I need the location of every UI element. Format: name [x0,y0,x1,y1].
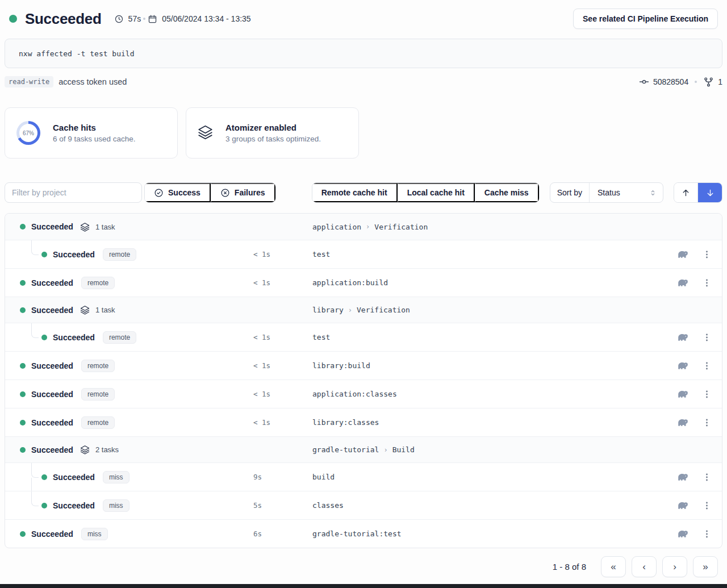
task-row[interactable]: Succeededremote< 1stest [5,323,722,351]
run-duration: 57s [114,14,141,24]
task-row[interactable]: Succeededmiss6sgradle-tutorial:test [5,519,722,548]
status-dot [20,447,26,453]
row-status-cell: Succeededmiss [5,471,253,483]
status-dot [20,280,26,286]
token-row: read-write access token used 50828504 1 [5,74,722,89]
task-count-label: 2 tasks [95,445,119,454]
duration-cell: < 1s [253,418,312,427]
duration-cell: < 1s [253,278,312,287]
duration-cell: < 1s [253,361,312,370]
group-path-cell: gradle-tutorial›Build [312,445,670,454]
run-header: Succeeded 57s 05/06/2024 13:34 - 13:35 S… [9,7,718,31]
status-label: Succeeded [31,306,73,315]
tree-connector [31,491,39,506]
gradle-elephant-icon[interactable] [676,278,690,287]
success-filter-button[interactable]: Success [145,183,211,202]
atomizer-card[interactable]: Atomizer enabled 3 groups of tasks optim… [186,107,359,159]
task-row[interactable]: Succeededremote< 1slibrary:build [5,351,722,380]
sort-ascending-button[interactable] [674,183,698,202]
status-label: Succeeded [31,222,73,231]
row-status-cell: Succeededremote [5,388,253,401]
gradle-elephant-icon[interactable] [676,333,690,342]
access-token-scope-badge: read-write [5,76,53,87]
run-date-range: 05/06/2024 13:34 - 13:35 [148,14,250,24]
cache-miss-filter-button[interactable]: Cache miss [475,183,539,202]
status-label: Succeeded [53,473,95,482]
bottom-edge-bar [0,584,727,588]
status-dot [41,503,47,508]
task-row[interactable]: Succeededremote< 1stest [5,240,722,268]
cache-status-badge: remote [103,331,136,344]
tree-connector [31,463,39,478]
sort-status-select[interactable]: Status [589,183,663,202]
status-label: Succeeded [53,333,95,342]
local-cache-hit-filter-button[interactable]: Local cache hit [398,183,475,202]
row-status-cell: Succeededmiss [5,528,253,540]
commit-sha[interactable]: 50828504 [653,77,688,86]
chevron-right-icon: › [348,306,352,314]
task-row[interactable]: Succeededmiss9sbuild [5,462,722,491]
arrow-up-icon [681,188,691,198]
task-group-row[interactable]: Succeeded 1 taskapplication›Verification [5,214,722,240]
gradle-elephant-icon[interactable] [676,418,690,427]
cache-percentage-label: 67% [19,124,37,142]
status-dot [20,531,26,537]
kebab-menu-icon[interactable] [704,331,709,344]
gradle-elephant-icon[interactable] [676,361,690,370]
cache-status-badge: miss [103,499,129,512]
cache-hits-card[interactable]: 67% Cache hits 6 of 9 tasks used cache. [5,107,178,159]
row-actions-cell [670,248,722,261]
sort-direction-toggle [674,182,722,203]
kebab-menu-icon[interactable] [704,248,709,261]
gradle-elephant-icon[interactable] [676,390,690,399]
clock-icon [114,14,124,24]
next-page-button[interactable]: › [662,556,687,577]
last-page-button[interactable]: » [693,556,718,577]
row-actions-cell [670,416,722,429]
kebab-menu-icon[interactable] [704,499,709,512]
task-name-cell: library:build [312,361,670,370]
sort-descending-button[interactable] [698,183,722,202]
remote-cache-hit-filter-button[interactable]: Remote cache hit [312,183,398,202]
pagination: 1 - 8 of 8 « ‹ › » [5,556,722,577]
kebab-menu-icon[interactable] [704,471,709,483]
target-group-name: Verification [374,223,428,231]
layers-icon [80,305,90,315]
row-status-cell: Succeededremote [5,331,253,344]
gradle-elephant-icon[interactable] [676,501,690,510]
row-status-cell: Succeededremote [5,360,253,372]
task-row[interactable]: Succeededremote< 1slibrary:classes [5,408,722,436]
gradle-elephant-icon[interactable] [676,529,690,539]
duration-cell: < 1s [253,250,312,258]
task-group-row[interactable]: Succeeded 2 tasksgradle-tutorial›Build [5,436,722,462]
status-dot [20,224,26,230]
status-label: Succeeded [53,501,95,510]
kebab-menu-icon[interactable] [704,528,709,540]
kebab-menu-icon[interactable] [704,388,709,401]
row-actions-cell [670,331,722,344]
duration-cell: 5s [253,501,312,510]
run-command: nxw affected -t test build [5,39,722,68]
task-group-row[interactable]: Succeeded 1 tasklibrary›Verification [5,297,722,323]
kebab-menu-icon[interactable] [704,360,709,372]
task-name-cell: test [312,250,670,258]
first-page-button[interactable]: « [601,556,626,577]
kebab-menu-icon[interactable] [704,277,709,289]
previous-page-button[interactable]: ‹ [632,556,657,577]
row-actions-cell [670,388,722,401]
failures-filter-button[interactable]: Failures [211,183,275,202]
cache-status-badge: remote [103,248,136,261]
see-related-ci-pipeline-button[interactable]: See related CI Pipeline Execution [573,9,718,29]
task-row[interactable]: Succeededremote< 1sapplication:classes [5,380,722,408]
kebab-menu-icon[interactable] [704,416,709,429]
gradle-elephant-icon[interactable] [676,250,690,259]
gradle-elephant-icon[interactable] [676,473,690,482]
task-row[interactable]: Succeededmiss5sclasses [5,491,722,519]
filter-by-project-input[interactable] [5,182,142,203]
x-circle-icon [220,188,230,198]
layers-icon [80,445,90,454]
task-row[interactable]: Succeededremote< 1sapplication:build [5,268,722,297]
cache-status-badge: miss [81,528,108,540]
run-detail-page: Succeeded 57s 05/06/2024 13:34 - 13:35 S… [0,7,727,577]
branch-count: 1 [718,77,722,86]
